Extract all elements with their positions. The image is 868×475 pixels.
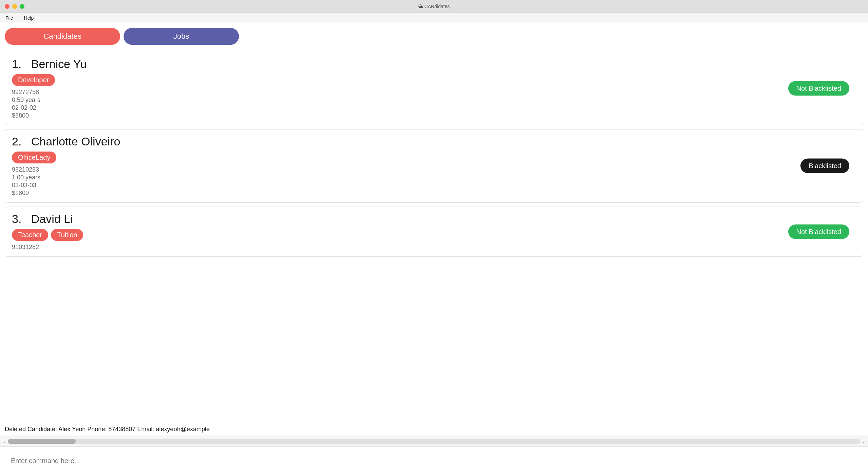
candidate-tags-3: Teacher Tuition bbox=[12, 229, 856, 241]
candidate-experience-2: 1.00 years bbox=[12, 174, 856, 181]
app-title: 🌥 CANdidates bbox=[418, 4, 450, 9]
status-bar: Deleted Candidate: Alex Yeoh Phone: 8743… bbox=[0, 423, 868, 436]
candidate-number-name-3: 3. David Li bbox=[12, 212, 856, 226]
candidate-salary-2: $1800 bbox=[12, 190, 856, 197]
candidate-dob-2: 03-03-03 bbox=[12, 182, 856, 189]
command-input[interactable] bbox=[5, 452, 863, 470]
tab-jobs[interactable]: Jobs bbox=[124, 28, 239, 45]
menu-file[interactable]: File bbox=[3, 15, 15, 21]
title-bar: 🌥 CANdidates bbox=[0, 0, 868, 13]
scroll-left-arrow[interactable]: ‹ bbox=[2, 438, 6, 445]
candidate-dob-1: 02-02-02 bbox=[12, 104, 856, 111]
candidate-name-2: Charlotte Oliveiro bbox=[31, 135, 121, 148]
status-text: Deleted Candidate: Alex Yeoh Phone: 8743… bbox=[5, 426, 210, 433]
menu-help[interactable]: Help bbox=[22, 15, 36, 21]
menu-bar: File Help bbox=[0, 13, 868, 23]
maximize-button[interactable] bbox=[20, 4, 24, 9]
candidate-phone-1: 99272758 bbox=[12, 89, 856, 96]
candidate-experience-1: 0.50 years bbox=[12, 96, 856, 104]
window-content: Candidates Jobs 1. Bernice Yu Developer … bbox=[0, 23, 868, 475]
tab-area: Candidates Jobs bbox=[0, 23, 868, 48]
candidate-number-3: 3. bbox=[12, 212, 21, 225]
tag-teacher: Teacher bbox=[12, 229, 48, 241]
candidate-card-1[interactable]: 1. Bernice Yu Developer 99272758 0.50 ye… bbox=[5, 52, 863, 125]
tag-developer: Developer bbox=[12, 74, 55, 86]
candidate-name-3: David Li bbox=[31, 212, 73, 225]
candidate-number-name-1: 1. Bernice Yu bbox=[12, 57, 856, 71]
candidate-details-2: 93210283 1.00 years 03-03-03 $1800 bbox=[12, 166, 856, 197]
candidate-number-1: 1. bbox=[12, 57, 21, 70]
candidate-card-3[interactable]: 3. David Li Teacher Tuition 91031282 Not… bbox=[5, 207, 863, 257]
scrollbar-thumb[interactable] bbox=[8, 439, 76, 444]
scrollbar-track[interactable] bbox=[8, 439, 861, 444]
candidate-tags-2: OfficeLady bbox=[12, 152, 856, 163]
candidate-card-2[interactable]: 2. Charlotte Oliveiro OfficeLady 9321028… bbox=[5, 129, 863, 203]
blacklist-badge-2: Blacklisted bbox=[800, 159, 849, 173]
candidate-name-1: Bernice Yu bbox=[31, 57, 87, 70]
candidate-number-2: 2. bbox=[12, 135, 21, 148]
close-button[interactable] bbox=[5, 4, 10, 9]
candidate-tags-1: Developer bbox=[12, 74, 856, 86]
blacklist-badge-3: Not Blacklisted bbox=[788, 224, 849, 239]
blacklist-badge-1: Not Blacklisted bbox=[788, 81, 849, 96]
candidate-salary-1: $8800 bbox=[12, 112, 856, 119]
tag-officelady: OfficeLady bbox=[12, 152, 56, 163]
candidate-phone-3: 91031282 bbox=[12, 244, 856, 251]
candidate-phone-2: 93210283 bbox=[12, 166, 856, 173]
command-area bbox=[0, 446, 868, 475]
minimize-button[interactable] bbox=[12, 4, 17, 9]
scroll-right-arrow[interactable]: › bbox=[862, 438, 866, 445]
candidates-list: 1. Bernice Yu Developer 99272758 0.50 ye… bbox=[0, 48, 868, 423]
candidate-details-1: 99272758 0.50 years 02-02-02 $8800 bbox=[12, 89, 856, 119]
window-controls bbox=[5, 4, 24, 9]
candidate-details-3: 91031282 bbox=[12, 244, 856, 251]
tag-tuition: Tuition bbox=[51, 229, 83, 241]
tab-candidates[interactable]: Candidates bbox=[5, 28, 120, 45]
scrollbar-area: ‹ › bbox=[0, 436, 868, 446]
candidate-number-name-2: 2. Charlotte Oliveiro bbox=[12, 135, 856, 148]
